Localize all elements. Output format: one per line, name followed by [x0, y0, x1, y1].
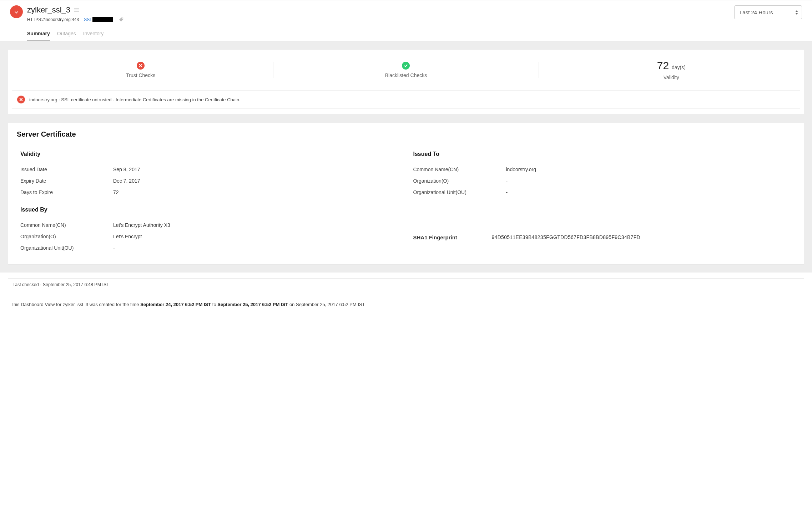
issued-to-block: Issued To Common Name(CN) indoorstry.org…: [413, 151, 792, 198]
tab-inventory[interactable]: Inventory: [83, 31, 104, 41]
issued-by-cn-val: Let's Encrypt Authority X3: [113, 222, 170, 228]
subtitle-row: HTTPS://indoorstry.org:443 SSL Certifica…: [27, 16, 123, 23]
time-range-select[interactable]: Last 24 Hours: [734, 5, 802, 19]
check-icon: [402, 62, 410, 70]
alert-text: indoorstry.org : SSL certificate untrust…: [29, 97, 241, 102]
issued-to-heading: Issued To: [413, 151, 792, 157]
footer-to-word: to: [212, 302, 217, 307]
status-down-icon: [10, 5, 23, 18]
kv-row: Days to Expire 72: [20, 187, 399, 198]
footer-from: September 24, 2017 6:52 PM IST: [140, 302, 211, 307]
validity-unit: day(s): [672, 65, 686, 70]
tab-summary[interactable]: Summary: [27, 31, 50, 41]
issued-date-key: Issued Date: [20, 167, 113, 172]
kv-row: Common Name(CN) indoorstry.org: [413, 164, 792, 175]
ssl-certificate-link[interactable]: SSL Certificate: [84, 17, 112, 22]
tab-summary-label: Summary: [27, 31, 50, 36]
summary-section: Trust Checks Blacklisted Checks 72 day(s…: [0, 41, 812, 273]
kv-row: Issued Date Sep 8, 2017: [20, 164, 399, 175]
tab-inventory-label: Inventory: [83, 31, 104, 36]
footer-note: This Dashboard View for zylker_ssl_3 was…: [0, 291, 812, 314]
tab-outages-label: Outages: [57, 31, 76, 36]
alert-box: indoorstry.org : SSL certificate untrust…: [12, 90, 800, 109]
footer-suffix: on September 25, 2017 6:52 PM IST: [289, 302, 365, 307]
server-certificate-title: Server Certificate: [17, 130, 795, 142]
validity-days: 72: [657, 60, 669, 71]
redacted-block: [92, 17, 113, 22]
kv-row: Organization(O) Let's Encrypt: [20, 231, 399, 242]
validity-value-row: 72 day(s): [657, 60, 686, 72]
issued-to-org-val: -: [506, 178, 508, 184]
issued-to-ou-key: Organizational Unit(OU): [413, 189, 506, 195]
days-expire-val: 72: [113, 189, 119, 195]
cert-grid: Validity Issued Date Sep 8, 2017 Expiry …: [17, 151, 795, 254]
issued-by-ou-key: Organizational Unit(OU): [20, 245, 113, 251]
sha-block: SHA1 Fingerprint 94D50511EE39B48235FGGTD…: [413, 207, 792, 254]
validity-col: 72 day(s) Validity: [539, 60, 804, 80]
trust-checks-col: Trust Checks: [8, 62, 273, 78]
issued-by-org-key: Organization(O): [20, 234, 113, 239]
sha-fingerprint-key: SHA1 Fingerprint: [413, 234, 492, 240]
kv-row: Organizational Unit(OU) -: [413, 187, 792, 198]
validity-label: Validity: [664, 75, 679, 80]
kv-row: Organization(O) -: [413, 175, 792, 187]
days-expire-key: Days to Expire: [20, 189, 113, 195]
issued-to-org-key: Organization(O): [413, 178, 506, 184]
issued-by-ou-val: -: [113, 245, 115, 251]
validity-heading: Validity: [20, 151, 399, 157]
issued-to-cn-val: indoorstry.org: [506, 167, 536, 172]
title-lines: zylker_ssl_3 HTTPS://indoorstry.org:443 …: [27, 5, 123, 41]
issued-to-ou-val: -: [506, 189, 508, 195]
last-checked-text: Last checked - September 25, 2017 6:48 P…: [12, 282, 109, 287]
issued-to-cn-key: Common Name(CN): [413, 167, 506, 172]
validity-block: Validity Issued Date Sep 8, 2017 Expiry …: [20, 151, 399, 198]
title-block: zylker_ssl_3 HTTPS://indoorstry.org:443 …: [10, 5, 123, 41]
kv-row: Expiry Date Dec 7, 2017: [20, 175, 399, 187]
issued-by-org-val: Let's Encrypt: [113, 234, 142, 239]
chevron-updown-icon: [795, 10, 798, 15]
tab-outages[interactable]: Outages: [57, 31, 76, 41]
tag-icon[interactable]: [117, 17, 123, 22]
issued-by-block: Issued By Common Name(CN) Let's Encrypt …: [20, 207, 399, 254]
blacklist-checks-label: Blacklisted Checks: [385, 72, 427, 78]
trust-checks-label: Trust Checks: [126, 72, 155, 78]
issued-by-heading: Issued By: [20, 207, 399, 213]
server-certificate-panel: Server Certificate Validity Issued Date …: [8, 123, 804, 265]
last-checked-bar: Last checked - September 25, 2017 6:48 P…: [8, 278, 804, 291]
expiry-date-val: Dec 7, 2017: [113, 178, 140, 184]
expiry-date-key: Expiry Date: [20, 178, 113, 184]
time-range-label: Last 24 Hours: [740, 9, 773, 15]
issued-by-cn-key: Common Name(CN): [20, 222, 113, 228]
checks-panel: Trust Checks Blacklisted Checks 72 day(s…: [8, 49, 804, 114]
monitor-url: HTTPS://indoorstry.org:443: [27, 17, 79, 22]
x-icon: [17, 96, 25, 103]
blacklist-checks-col: Blacklisted Checks: [273, 62, 538, 78]
footer-prefix: This Dashboard View for zylker_ssl_3 was…: [11, 302, 140, 307]
sha-fingerprint-val: 94D50511EE39B48235FGGTDD567FD3FB8BD895F9…: [492, 234, 640, 240]
checks-row: Trust Checks Blacklisted Checks 72 day(s…: [8, 56, 804, 90]
kv-row: Organizational Unit(OU) -: [20, 242, 399, 254]
footer-to: September 25, 2017 6:52 PM IST: [217, 302, 288, 307]
x-icon: [137, 62, 145, 70]
issued-date-val: Sep 8, 2017: [113, 167, 140, 172]
page-header: zylker_ssl_3 HTTPS://indoorstry.org:443 …: [0, 0, 812, 41]
kv-row: Common Name(CN) Let's Encrypt Authority …: [20, 219, 399, 231]
page-title: zylker_ssl_3: [27, 5, 70, 15]
tabs: Summary Outages Inventory: [27, 31, 123, 41]
menu-icon[interactable]: [74, 8, 79, 12]
title-row: zylker_ssl_3: [27, 5, 123, 15]
